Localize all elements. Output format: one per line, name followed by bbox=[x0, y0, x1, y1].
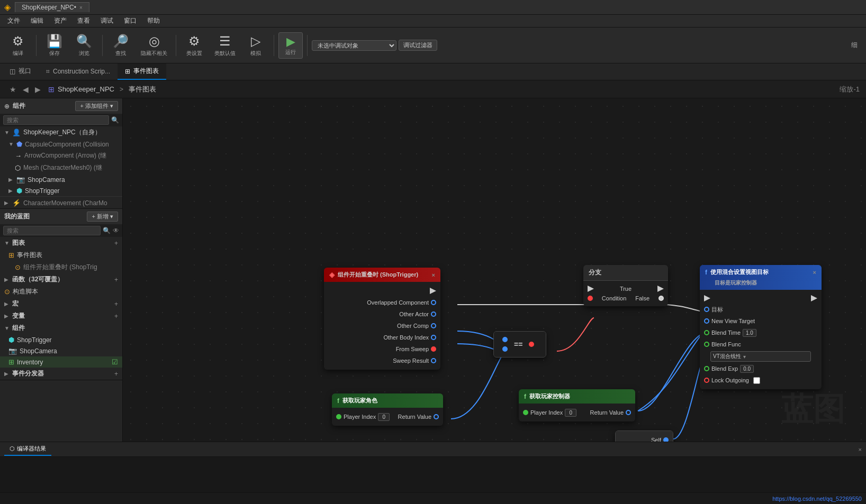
find-button[interactable]: 🔎 查找 bbox=[107, 32, 134, 59]
player-index-value[interactable]: 0 bbox=[378, 413, 390, 421]
components-search-input[interactable] bbox=[3, 115, 109, 125]
other-body-pin[interactable] bbox=[431, 335, 436, 340]
compiler-results-tab[interactable]: ⬡ 编译器结果 bbox=[4, 443, 51, 456]
functions-section-header[interactable]: ▶ 函数（32可覆盖） + bbox=[0, 273, 122, 286]
lock-checkbox[interactable] bbox=[753, 377, 760, 384]
ctrl-player-index-value[interactable]: 0 bbox=[565, 409, 576, 417]
browse-button[interactable]: 🔍 浏览 bbox=[70, 32, 98, 59]
overlapped-comp-pin[interactable] bbox=[431, 300, 436, 305]
equals-in2-pin[interactable] bbox=[502, 346, 508, 352]
branch-exec-in-pin[interactable] bbox=[588, 286, 594, 292]
lock-pin[interactable] bbox=[704, 378, 709, 383]
run-button[interactable]: ▶ 运行 bbox=[278, 32, 303, 59]
compile-button[interactable]: ⚙ 编译 bbox=[4, 32, 32, 59]
inventory-item[interactable]: ⊞ Inventory ☑ bbox=[0, 356, 122, 368]
ctrl-return-pin[interactable] bbox=[626, 410, 631, 415]
tree-item-character-movement[interactable]: ▶ ⚡ CharacterMovement (CharMo bbox=[0, 196, 122, 208]
my-blueprint-header[interactable]: 我的蓝图 + 新增 ▾ bbox=[0, 209, 122, 224]
menu-edit[interactable]: 编辑 bbox=[25, 15, 49, 26]
ctrl-player-index-pin[interactable] bbox=[523, 410, 528, 415]
blend-close-icon[interactable]: × bbox=[813, 269, 816, 276]
tree-item-capsule[interactable]: ▼ ⬟ CapsuleComponent (Collision bbox=[0, 139, 122, 150]
tab-close-icon[interactable]: × bbox=[79, 5, 83, 11]
menu-file[interactable]: 文件 bbox=[2, 15, 25, 26]
menu-view[interactable]: 查看 bbox=[72, 15, 95, 26]
event-dispatchers-header[interactable]: ▶ 事件分发器 + bbox=[0, 368, 122, 380]
save-button[interactable]: 💾 保存 bbox=[41, 32, 68, 59]
equals-out-pin[interactable] bbox=[529, 342, 534, 347]
canvas-area[interactable]: ◈ 组件开始重叠时 (ShopTrigger) × Overlapped Com… bbox=[123, 98, 866, 442]
event-graph-item[interactable]: ⊞ 事件图表 bbox=[0, 249, 122, 261]
branch-true-pin[interactable] bbox=[657, 286, 664, 292]
blueprint-search-input[interactable] bbox=[3, 226, 101, 235]
other-comp-pin[interactable] bbox=[431, 323, 436, 328]
return-value-pin[interactable] bbox=[434, 414, 439, 419]
tree-item-shopcamera[interactable]: ▶ 📷 ShopCamera bbox=[0, 174, 122, 185]
branch-false-pin[interactable] bbox=[658, 296, 664, 301]
player-index-pin[interactable] bbox=[336, 414, 341, 419]
other-actor-pin[interactable] bbox=[431, 311, 436, 317]
blend-target-pin[interactable] bbox=[704, 307, 709, 312]
overlap-event-node[interactable]: ◈ 组件开始重叠时 (ShopTrigger) × Overlapped Com… bbox=[324, 268, 440, 370]
debug-filter-button[interactable]: 调试过滤器 bbox=[399, 40, 437, 51]
tree-item-self[interactable]: ▼ 👤 ShopKeeper_NPC（自身） bbox=[0, 126, 122, 139]
add-func-icon[interactable]: + bbox=[114, 276, 118, 283]
menu-debug[interactable]: 调试 bbox=[95, 15, 119, 26]
add-new-button[interactable]: + 新增 ▾ bbox=[87, 212, 118, 222]
menu-help[interactable]: 帮助 bbox=[142, 15, 165, 26]
add-macro-icon[interactable]: + bbox=[114, 300, 118, 308]
menu-asset[interactable]: 资产 bbox=[49, 15, 72, 26]
blend-time-pin[interactable] bbox=[704, 330, 709, 335]
equals-in1-pin[interactable] bbox=[502, 337, 508, 342]
get-player-controller-node[interactable]: f 获取玩家控制器 Player Index 0 Return Value bbox=[519, 389, 635, 421]
exec-out-pin[interactable] bbox=[430, 288, 436, 294]
blend-func-pin[interactable] bbox=[704, 342, 709, 347]
add-component-button[interactable]: + 添加组件 ▾ bbox=[75, 101, 118, 111]
blend-exec-out-pin[interactable] bbox=[811, 295, 817, 301]
components-sub-header[interactable]: ▼ 组件 bbox=[0, 322, 122, 334]
branch-condition-pin[interactable] bbox=[588, 296, 593, 301]
tab-viewport[interactable]: ◫ 视口 bbox=[2, 63, 39, 80]
tree-item-arrow[interactable]: → ArrowComponent (Arrow) (继 bbox=[0, 150, 122, 162]
csdn-url[interactable]: https://blog.csdn.net/qq_52269550 bbox=[772, 496, 862, 502]
add-var-icon[interactable]: + bbox=[114, 313, 118, 320]
add-graph-icon[interactable]: + bbox=[114, 240, 118, 247]
tab-construction[interactable]: ⌗ Construction Scrip... bbox=[39, 65, 118, 79]
simulate-button[interactable]: ▷ 模拟 bbox=[242, 32, 269, 59]
class-settings-button[interactable]: ⚙ 类设置 bbox=[181, 32, 208, 59]
bookmark-icon[interactable]: ★ bbox=[6, 84, 20, 95]
tab-event-graph[interactable]: ⊞ 事件图表 bbox=[118, 63, 166, 80]
breadcrumb-name[interactable]: ShopKeeper_NPC bbox=[58, 85, 114, 93]
forward-button[interactable]: ▶ bbox=[32, 84, 44, 95]
title-tab[interactable]: ShopKeeper_NPC• × bbox=[15, 2, 89, 12]
from-sweep-pin[interactable] bbox=[431, 346, 436, 352]
blend-camera-node[interactable]: f 使用混合设置视图目标 × 目标是玩家控制器 目标 bbox=[700, 265, 822, 389]
overlap-event-item[interactable]: ⊙ 组件开始重叠时 (ShopTrig bbox=[0, 261, 122, 273]
equals-node[interactable]: == bbox=[493, 331, 546, 358]
blend-viewtarget-pin[interactable] bbox=[704, 318, 709, 324]
variables-section-header[interactable]: ▶ 变量 + bbox=[0, 310, 122, 322]
node-close-icon[interactable]: × bbox=[432, 272, 435, 278]
add-dispatcher-icon[interactable]: + bbox=[114, 370, 118, 378]
blend-exec-in-pin[interactable] bbox=[704, 295, 710, 301]
tree-item-shoptrigger[interactable]: ▶ ⬢ ShopTrigger bbox=[0, 185, 122, 196]
back-button[interactable]: ◀ bbox=[20, 84, 32, 95]
get-player-char-node[interactable]: f 获取玩家角色 Player Index 0 Return Value bbox=[332, 393, 443, 426]
self-node[interactable]: Self bbox=[615, 430, 673, 442]
menu-window[interactable]: 窗口 bbox=[119, 15, 142, 26]
blend-func-dropdown[interactable]: VT混合线性 ▾ bbox=[710, 351, 811, 362]
blend-time-value[interactable]: 1.0 bbox=[743, 329, 756, 337]
class-defaults-button[interactable]: ☰ 类默认值 bbox=[210, 32, 240, 59]
components-header[interactable]: ⊕ 组件 + 添加组件 ▾ bbox=[0, 98, 122, 114]
shopcamera-var-item[interactable]: 📷 ShopCamera bbox=[0, 345, 122, 356]
hide-button[interactable]: ◎ 隐藏不相关 bbox=[137, 32, 172, 59]
tree-item-mesh[interactable]: ⬡ Mesh (CharacterMesh0) (继 bbox=[0, 162, 122, 174]
shoptrigger-var-item[interactable]: ⬢ ShopTrigger bbox=[0, 334, 122, 345]
visibility-icon[interactable]: 👁 bbox=[113, 227, 119, 234]
macros-section-header[interactable]: ▶ 宏 + bbox=[0, 298, 122, 310]
blend-exp-pin[interactable] bbox=[704, 366, 709, 371]
graphs-section-header[interactable]: ▼ 图表 + bbox=[0, 237, 122, 249]
debug-target-select[interactable]: 未选中调试对象 bbox=[312, 40, 396, 51]
construction-script-item[interactable]: ⊙ 构造脚本 bbox=[0, 286, 122, 298]
self-pin[interactable] bbox=[663, 437, 669, 442]
